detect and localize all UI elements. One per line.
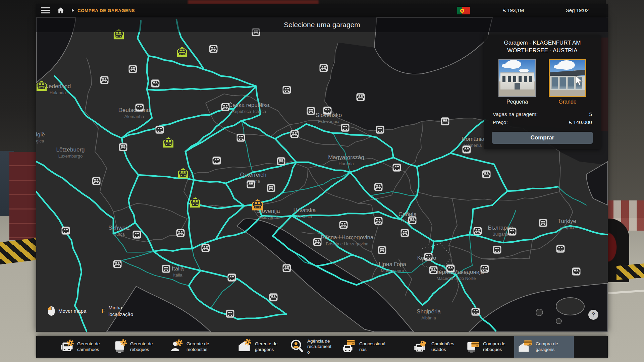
- garage-marker-available[interactable]: [339, 221, 348, 231]
- garage-marker-available[interactable]: [556, 244, 565, 255]
- garage-marker-available[interactable]: [209, 45, 218, 55]
- garage-marker-available[interactable]: [376, 125, 385, 136]
- garage-marker-owned[interactable]: [177, 47, 188, 59]
- garage-marker-available[interactable]: [61, 226, 70, 237]
- breadcrumb: COMPRA DE GARAGENS: [77, 8, 135, 13]
- garage-option-large[interactable]: [549, 59, 586, 97]
- garage-marker-available[interactable]: [341, 123, 350, 134]
- garage-marker-available[interactable]: [269, 293, 278, 303]
- location-hint-label: Minha localização: [108, 304, 142, 317]
- garage-marker-available[interactable]: [374, 183, 383, 193]
- garage-marker-owned[interactable]: [163, 137, 174, 149]
- garage-option-large-label: Grande: [549, 99, 586, 105]
- garage-marker-available[interactable]: [480, 264, 489, 275]
- garage-marker-available[interactable]: [539, 219, 548, 229]
- screen: { "chrome": { "breadcrumb": "COMPRA DE G…: [0, 0, 644, 362]
- garage-marker-available[interactable]: [400, 229, 410, 239]
- garage-marker-available[interactable]: [378, 246, 387, 256]
- garage-marker-available[interactable]: [176, 229, 185, 239]
- garage-marker-available[interactable]: [429, 266, 438, 276]
- garage-marker-available[interactable]: [227, 273, 236, 284]
- garage-marker-available[interactable]: [100, 76, 109, 86]
- breadcrumb-chevron-icon: [72, 9, 74, 12]
- toolbar-item-garage-gear[interactable]: Gerente de garagens: [235, 336, 280, 358]
- garage-marker-owned[interactable]: [190, 197, 201, 209]
- garage-marker-available[interactable]: [356, 93, 365, 103]
- garage-marker-available[interactable]: [307, 107, 316, 117]
- garage-marker-available[interactable]: [319, 64, 328, 74]
- garage-marker-available[interactable]: [374, 217, 383, 227]
- garage-marker-available[interactable]: [221, 103, 230, 113]
- garage-marker-available[interactable]: [424, 252, 433, 263]
- garage-marker-available[interactable]: [277, 157, 286, 167]
- garage-marker-available[interactable]: [155, 125, 164, 136]
- garage-marker-available[interactable]: [236, 133, 246, 144]
- home-button[interactable]: [54, 5, 67, 16]
- garage-marker-available[interactable]: [119, 143, 128, 153]
- garage-marker-owned[interactable]: [178, 168, 189, 180]
- garage-marker-available[interactable]: [151, 79, 160, 89]
- location-key-badge: F: [102, 308, 105, 314]
- garage-marker-available[interactable]: [201, 244, 210, 254]
- garage-marker-available[interactable]: [212, 156, 221, 167]
- toolbar-item-label: Compra de reboques: [483, 341, 505, 352]
- toolbar-item-garage-buy[interactable]: Compra de garagens: [514, 336, 574, 358]
- garage-marker-available[interactable]: [290, 130, 299, 140]
- toolbar-item-trailer-gear[interactable]: Gerente de reboques: [111, 336, 155, 358]
- garage-marker-available[interactable]: [471, 307, 480, 318]
- toolbar-item-recruitment[interactable]: Agência de recrutament o: [288, 336, 333, 358]
- toolbar-item-trailer-buy[interactable]: Compra de reboques: [464, 336, 507, 358]
- garage-marker-available[interactable]: [282, 264, 291, 274]
- garage-marker-available[interactable]: [282, 85, 291, 96]
- time-display: Seg 19:02: [545, 4, 609, 17]
- garage-slots-value: 5: [589, 110, 592, 118]
- garage-marker-available[interactable]: [482, 170, 491, 180]
- garage-marker-available[interactable]: [572, 267, 581, 278]
- garage-marker-available[interactable]: [162, 264, 171, 275]
- garage-price-label: Preço:: [493, 118, 508, 126]
- pan-hint: Mover mapa: [48, 306, 86, 316]
- scene-wall-right: [606, 0, 644, 218]
- garage-option-small[interactable]: [498, 59, 536, 97]
- mouse-pointer-icon: [575, 76, 583, 86]
- garage-marker-available[interactable]: [267, 184, 276, 194]
- garage-marker-available[interactable]: [446, 264, 455, 275]
- toolbar-item-used-trucks[interactable]: Caminhões usados: [412, 336, 456, 358]
- garage-marker-available[interactable]: [408, 216, 417, 226]
- garage-marker-available[interactable]: [473, 227, 482, 237]
- garage-marker-selected[interactable]: [252, 199, 264, 212]
- garage-marker-available[interactable]: [508, 227, 517, 238]
- scene-red-cabinet: [9, 152, 37, 240]
- garage-gear-icon: [237, 339, 252, 355]
- menu-button[interactable]: [39, 5, 52, 16]
- garage-map[interactable]: Selecione uma garagem NederlandHolandaDe…: [36, 17, 608, 332]
- garage-marker-available[interactable]: [132, 230, 142, 241]
- garage-marker-available[interactable]: [441, 117, 450, 127]
- money-display: € 193,1M: [482, 4, 545, 17]
- garage-marker-available[interactable]: [128, 65, 138, 75]
- driver-gear-icon: [169, 339, 183, 355]
- toolbar-item-dealer[interactable]: Concessioná rias: [340, 336, 387, 358]
- home-icon: [56, 6, 65, 14]
- toolbar-item-label: Gerente de motoristas: [186, 341, 209, 352]
- garage-marker-available[interactable]: [313, 238, 322, 248]
- garage-marker-available[interactable]: [493, 245, 502, 256]
- small-garage-photo: [500, 72, 534, 89]
- toolbar-item-label: Compra de garagens: [536, 341, 558, 352]
- garage-marker-available[interactable]: [135, 103, 144, 114]
- garage-marker-available[interactable]: [462, 145, 471, 156]
- garage-marker-available[interactable]: [226, 309, 235, 320]
- toolbar-item-driver-gear[interactable]: Gerente de motoristas: [167, 336, 211, 358]
- dealer-icon: [342, 339, 356, 355]
- toolbar-item-truck-gear[interactable]: Gerente de caminhões: [58, 336, 102, 358]
- buy-button[interactable]: Comprar: [492, 132, 593, 144]
- help-button[interactable]: ?: [588, 310, 598, 320]
- garage-marker-available[interactable]: [392, 163, 401, 174]
- garage-marker-owned[interactable]: [36, 80, 47, 93]
- garage-marker-available[interactable]: [247, 180, 256, 190]
- garage-marker-available[interactable]: [92, 177, 101, 187]
- garage-marker-available[interactable]: [323, 106, 332, 117]
- garage-panel-title: Garagem - KLAGENFURT AM WÖRTHERSEE - AUS…: [484, 35, 601, 57]
- garage-marker-available[interactable]: [113, 260, 122, 270]
- garage-slots-row: Vagas na garagem: 5: [493, 110, 592, 118]
